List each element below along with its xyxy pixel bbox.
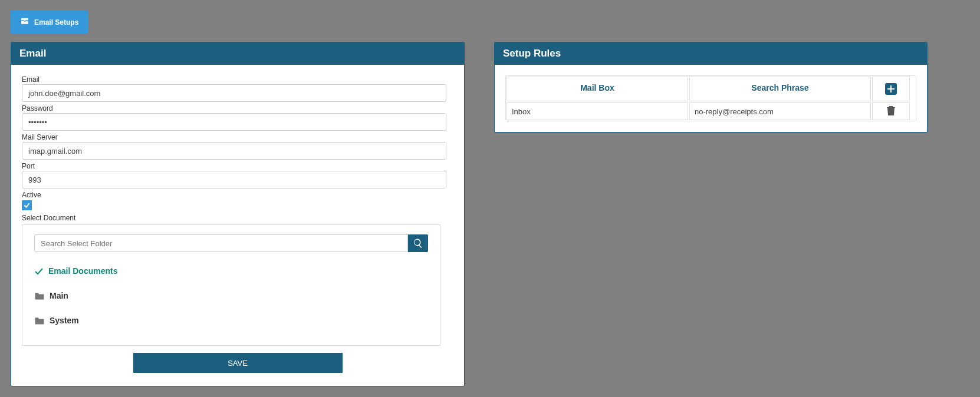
tree-item-label: System (50, 316, 79, 325)
mailserver-input[interactable] (22, 142, 446, 160)
check-icon (34, 266, 44, 276)
rules-panel-title: Setup Rules (495, 42, 927, 65)
col-header-phrase: Search Phrase (689, 77, 871, 101)
tree-item-label: Main (50, 291, 68, 300)
trash-icon (886, 105, 896, 116)
folder-search-button[interactable] (408, 234, 428, 252)
active-label: Active (22, 191, 453, 199)
port-label: Port (22, 162, 453, 170)
col-header-action (872, 77, 910, 101)
email-input[interactable] (22, 84, 446, 102)
table-row (506, 102, 916, 121)
email-panel: Email Email Password Mail Server Port Ac… (11, 42, 465, 386)
email-label: Email (22, 75, 453, 84)
folder-icon (34, 316, 45, 325)
plus-icon (887, 85, 895, 92)
port-input[interactable] (22, 171, 446, 188)
folder-search-input[interactable] (34, 234, 408, 252)
check-icon (23, 201, 31, 209)
inbox-icon (20, 16, 29, 28)
tree-item-label: Email Documents (48, 266, 117, 276)
phrase-input[interactable] (690, 103, 870, 120)
folder-picker: Email Documents Main System (22, 224, 440, 346)
tree-item-system[interactable]: System (34, 310, 428, 331)
password-label: Password (22, 104, 453, 113)
rules-table: Mail Box Search Phrase (505, 75, 916, 121)
search-icon (413, 238, 423, 249)
col-header-mailbox: Mail Box (507, 77, 688, 101)
email-setups-button[interactable]: Email Setups (11, 11, 88, 34)
mailserver-label: Mail Server (22, 133, 453, 141)
email-panel-title: Email (11, 42, 464, 65)
add-rule-button[interactable] (885, 83, 897, 95)
active-checkbox[interactable] (22, 200, 32, 210)
email-setups-label: Email Setups (34, 18, 78, 27)
tree-item-selected[interactable]: Email Documents (34, 260, 428, 282)
folder-icon (34, 292, 45, 300)
tree-item-main[interactable]: Main (34, 285, 428, 306)
delete-rule-button[interactable] (886, 105, 896, 118)
rules-panel: Setup Rules Mail Box Search Phrase (494, 42, 928, 133)
mailbox-input[interactable] (507, 103, 688, 120)
password-input[interactable] (22, 113, 446, 131)
select-document-label: Select Document (22, 214, 453, 222)
save-button[interactable]: SAVE (133, 353, 343, 373)
